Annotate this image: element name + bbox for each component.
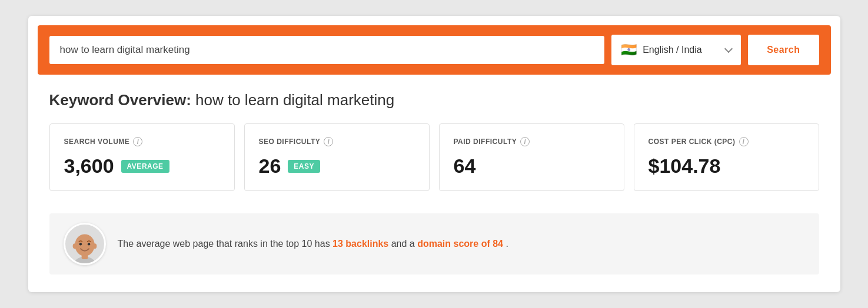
info-icon-0: i (133, 137, 142, 146)
metric-value-row-1: 26EASY (259, 155, 415, 178)
banner-highlight-backlinks: 13 backlinks (332, 239, 388, 249)
keyword-overview-title: Keyword Overview: how to learn digital m… (49, 91, 819, 109)
locale-selector[interactable]: 🇮🇳 English / India (611, 35, 741, 65)
metric-label-text-0: SEARCH VOLUME (64, 138, 130, 146)
search-button[interactable]: Search (748, 35, 819, 65)
info-icon-1: i (324, 137, 333, 146)
banner-text-after: . (505, 239, 508, 249)
metric-value-0: 3,600 (64, 155, 114, 178)
banner-text-before: The average web page that ranks in the t… (118, 239, 333, 249)
search-bar: 🇮🇳 English / India Search (38, 25, 831, 75)
info-banner: The average web page that ranks in the t… (49, 213, 819, 274)
svg-point-2 (75, 234, 95, 256)
metric-value-row-0: 3,600AVERAGE (64, 155, 220, 178)
metric-badge-1: EASY (288, 160, 320, 173)
metric-label-text-2: PAID DIFFICULTY (454, 138, 517, 146)
metric-card-0: SEARCH VOLUMEi3,600AVERAGE (49, 123, 235, 191)
metric-label-1: SEO DIFFICULTYi (259, 137, 415, 146)
metric-badge-0: AVERAGE (121, 160, 169, 173)
banner-text: The average web page that ranks in the t… (118, 237, 508, 251)
info-icon-2: i (520, 137, 530, 146)
metric-label-text-1: SEO DIFFICULTY (259, 138, 321, 146)
metric-card-1: SEO DIFFICULTYi26EASY (244, 123, 430, 191)
metric-label-text-3: COST PER CLICK (CPC) (648, 138, 736, 146)
svg-point-6 (87, 243, 89, 245)
flag-icon: 🇮🇳 (621, 42, 637, 58)
content-area: Keyword Overview: how to learn digital m… (28, 75, 840, 213)
metric-value-2: 64 (454, 155, 476, 178)
title-keyword-part: how to learn digital marketing (195, 91, 394, 109)
metric-value-row-2: 64 (454, 155, 610, 178)
metric-label-2: PAID DIFFICULTYi (454, 137, 610, 146)
metric-label-0: SEARCH VOLUMEi (64, 137, 220, 146)
svg-point-4 (92, 243, 97, 249)
avatar (64, 223, 106, 265)
svg-point-5 (79, 243, 81, 245)
metric-value-3: $104.78 (648, 155, 721, 178)
metric-label-3: COST PER CLICK (CPC)i (648, 137, 804, 146)
info-icon-3: i (739, 137, 749, 146)
banner-text-middle: and a (391, 239, 417, 249)
svg-point-3 (72, 243, 77, 249)
metric-card-3: COST PER CLICK (CPC)i$104.78 (634, 123, 819, 191)
chevron-down-icon (724, 45, 733, 53)
metric-value-1: 26 (259, 155, 281, 178)
title-bold-part: Keyword Overview: (49, 91, 191, 109)
metrics-grid: SEARCH VOLUMEi3,600AVERAGESEO DIFFICULTY… (49, 123, 819, 191)
metric-value-row-3: $104.78 (648, 155, 804, 178)
search-input[interactable] (49, 36, 605, 64)
banner-highlight-domain: domain score of 84 (417, 239, 503, 249)
main-card: 🇮🇳 English / India Search Keyword Overvi… (28, 16, 840, 292)
locale-text: English / India (643, 45, 720, 55)
metric-card-2: PAID DIFFICULTYi64 (439, 123, 624, 191)
